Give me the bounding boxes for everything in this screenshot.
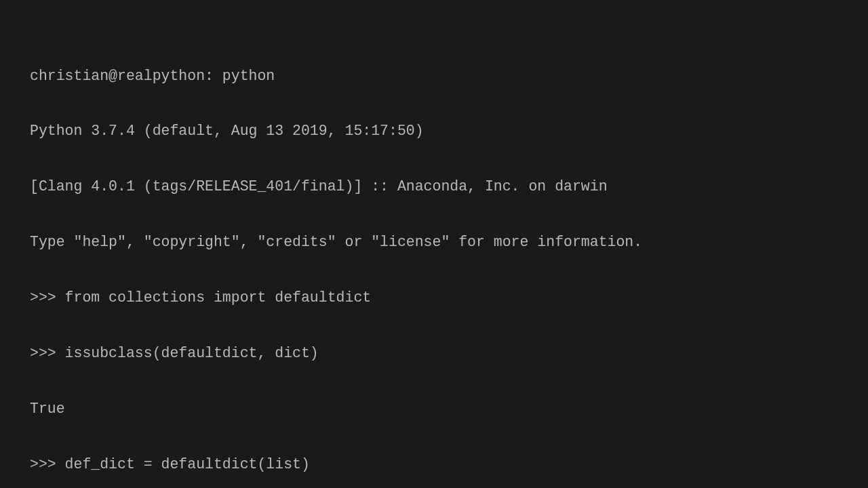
terminal-line: Type "help", "copyright", "credits" or "… [30, 233, 868, 251]
terminal-line: Python 3.7.4 (default, Aug 13 2019, 15:1… [30, 122, 868, 140]
terminal-line: christian@realpython: python [30, 67, 868, 85]
terminal-line: >>> from collections import defaultdict [30, 289, 868, 307]
terminal-line: [Clang 4.0.1 (tags/RELEASE_401/final)] :… [30, 178, 868, 196]
terminal[interactable]: christian@realpython: python Python 3.7.… [30, 30, 868, 488]
terminal-line: >>> def_dict = defaultdict(list) [30, 455, 868, 474]
terminal-line: True [30, 400, 868, 418]
terminal-line: >>> issubclass(defaultdict, dict) [30, 344, 868, 363]
